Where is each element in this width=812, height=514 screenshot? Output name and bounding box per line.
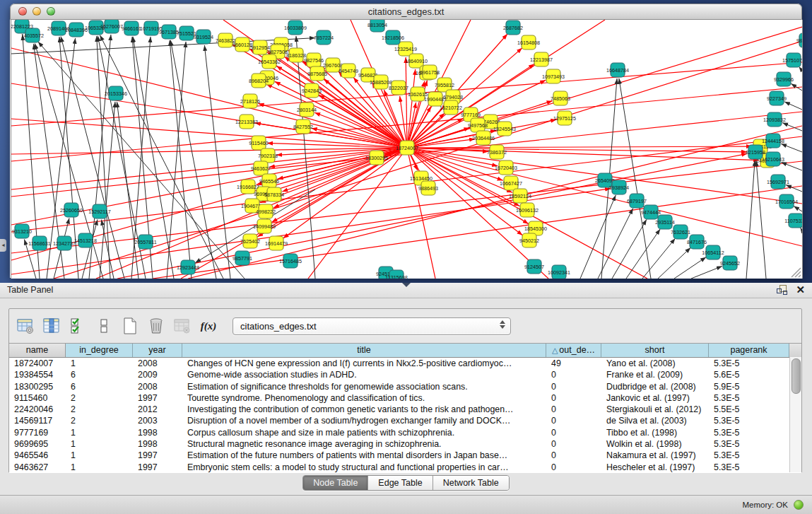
- column-header-year[interactable]: year: [133, 344, 182, 357]
- zoom-window-button[interactable]: [47, 7, 55, 16]
- graph-node[interactable]: 9242843: [302, 83, 322, 98]
- new-document-icon[interactable]: [119, 315, 141, 337]
- graph-node[interactable]: 9329966: [774, 72, 794, 86]
- float-panel-icon[interactable]: [777, 284, 787, 295]
- table-row[interactable]: 1830029562008Estimation of significance …: [9, 381, 801, 392]
- graph-node[interactable]: 16154808: [517, 35, 540, 49]
- tab-network-table[interactable]: Network Table: [433, 476, 509, 490]
- panel-collapse-handle[interactable]: ◂: [0, 239, 6, 252]
- graph-node[interactable]: 16096132: [516, 203, 539, 217]
- graph-node[interactable]: 9821475: [796, 33, 802, 47]
- citation-edge-red[interactable]: [406, 57, 407, 148]
- graph-node[interactable]: 9319524: [194, 30, 213, 44]
- citation-edge-black[interactable]: [794, 206, 802, 211]
- close-panel-icon[interactable]: ✕: [796, 284, 805, 295]
- table-row[interactable]: 977716911998Corpus callosum shape and si…: [9, 427, 801, 438]
- graph-node[interactable]: 9465546: [259, 174, 279, 188]
- table-select-dropdown[interactable]: citations_edges.txt: [233, 317, 511, 335]
- graph-node[interactable]: 7485063: [551, 91, 570, 105]
- window-titlebar[interactable]: citations_edges.txt: [10, 4, 802, 20]
- graph-node[interactable]: 9227349: [767, 91, 787, 105]
- graph-node[interactable]: 9313210: [12, 224, 32, 238]
- citation-edge-black[interactable]: [612, 219, 647, 279]
- citation-edge-black[interactable]: [626, 229, 660, 279]
- graph-node[interactable]: 10667427: [500, 176, 522, 190]
- citation-edge-black[interactable]: [746, 160, 755, 279]
- delete-trash-icon[interactable]: [146, 315, 167, 337]
- citation-edge-red[interactable]: [11, 119, 407, 148]
- citation-edge-black[interactable]: [100, 35, 223, 279]
- graph-node[interactable]: 9886493: [418, 181, 438, 195]
- table-row[interactable]: 946554611997Estimation of the future num…: [9, 450, 801, 461]
- citation-edge-black[interactable]: [799, 66, 802, 71]
- graph-node[interactable]: 2935114: [655, 215, 674, 229]
- divider-notch-icon[interactable]: [402, 283, 411, 287]
- citation-edge-black[interactable]: [170, 40, 216, 279]
- table-column-icon[interactable]: [41, 315, 62, 337]
- citation-edge-black[interactable]: [691, 266, 722, 279]
- citation-edge-red[interactable]: [407, 27, 802, 148]
- graph-node[interactable]: 8454749: [339, 64, 358, 78]
- graph-node[interactable]: 9466161: [122, 21, 141, 35]
- column-header-pagerank[interactable]: pagerank: [709, 344, 789, 357]
- graph-node[interactable]: 16648784: [606, 63, 629, 77]
- citation-edge-black[interactable]: [658, 247, 690, 279]
- citation-edge-black[interactable]: [784, 102, 802, 110]
- table-settings-icon[interactable]: [15, 315, 36, 337]
- column-header-in_degree[interactable]: in_degree: [66, 344, 133, 357]
- graph-node[interactable]: 10092341: [548, 265, 570, 279]
- graph-node[interactable]: 6879197: [627, 194, 647, 208]
- graph-node[interactable]: 7902318: [258, 148, 278, 163]
- select-rows-icon[interactable]: [67, 315, 88, 337]
- graph-node[interactable]: 9450212: [519, 233, 539, 247]
- graph-node[interactable]: 9463627: [251, 161, 271, 175]
- graph-node[interactable]: 8813054: [367, 20, 387, 32]
- graph-node[interactable]: 9115460: [249, 136, 268, 150]
- graph-node[interactable]: 16914479: [265, 236, 288, 250]
- citation-edge-black[interactable]: [642, 238, 675, 279]
- graph-node[interactable]: 7386372: [487, 145, 507, 159]
- table-row[interactable]: 1938455462009Genome-wide association stu…: [9, 369, 801, 380]
- graph-node[interactable]: 11075338: [784, 214, 802, 228]
- graph-node[interactable]: 8471676: [687, 235, 707, 249]
- table-row[interactable]: 1456911722003Disruption of a novel membe…: [9, 415, 801, 426]
- graph-node[interactable]: 9124507: [524, 259, 544, 274]
- table-row[interactable]: 969969511998Structural magnetic resonanc…: [9, 438, 801, 450]
- graph-node[interactable]: 9827546: [304, 53, 324, 67]
- table-row[interactable]: 946362711997Embryonic stem cells: a mode…: [9, 462, 801, 473]
- tab-edge-table[interactable]: Edge Table: [368, 476, 433, 490]
- graph-node[interactable]: 7857224: [314, 30, 334, 45]
- table-row[interactable]: 1872400712008Changes of HCN gene express…: [9, 358, 801, 369]
- citation-edge-black[interactable]: [800, 228, 802, 230]
- graph-node[interactable]: 8427552: [293, 119, 313, 134]
- graph-node[interactable]: 12975125: [553, 111, 576, 125]
- graph-node[interactable]: 16033809: [284, 21, 307, 35]
- table-vertical-scrollbar[interactable]: [789, 357, 801, 472]
- close-window-button[interactable]: [18, 7, 27, 16]
- citation-edge-black[interactable]: [781, 144, 802, 152]
- function-builder-icon[interactable]: f(x): [198, 315, 219, 337]
- graph-node[interactable]: 12213383: [235, 115, 258, 129]
- graph-node[interactable]: 6961758: [420, 65, 440, 79]
- column-header-out_de[interactable]: △out_de…: [546, 344, 601, 357]
- tab-node-table[interactable]: Node Table: [303, 476, 368, 490]
- column-header-short[interactable]: short: [601, 344, 709, 357]
- citation-edge-red[interactable]: [319, 95, 407, 148]
- graph-node[interactable]: 15692971: [767, 175, 789, 189]
- graph-node[interactable]: 4998222: [256, 204, 276, 218]
- graph-node[interactable]: 2687682: [503, 21, 523, 35]
- citation-network-graph[interactable]: 1830029515134450988649374638228660128591…: [11, 20, 802, 279]
- graph-node[interactable]: 9857791: [233, 251, 252, 265]
- graph-node[interactable]: 8968204: [249, 74, 269, 88]
- graph-node[interactable]: 5878334: [264, 187, 284, 201]
- table-row[interactable]: 2242004622012Investigating the contribut…: [9, 404, 801, 415]
- citation-edge-red[interactable]: [407, 146, 752, 148]
- graph-node[interactable]: 14099489: [253, 219, 276, 233]
- citation-edge-black[interactable]: [167, 42, 186, 279]
- citation-edge-red[interactable]: [407, 148, 802, 246]
- graph-node[interactable]: 15716485: [279, 254, 302, 268]
- citation-edge-black[interactable]: [580, 195, 616, 279]
- table-panel-header[interactable]: Table Panel ✕: [0, 283, 812, 298]
- graph-node[interactable]: 8660128: [233, 37, 252, 52]
- graph-node[interactable]: 12093832: [763, 112, 786, 127]
